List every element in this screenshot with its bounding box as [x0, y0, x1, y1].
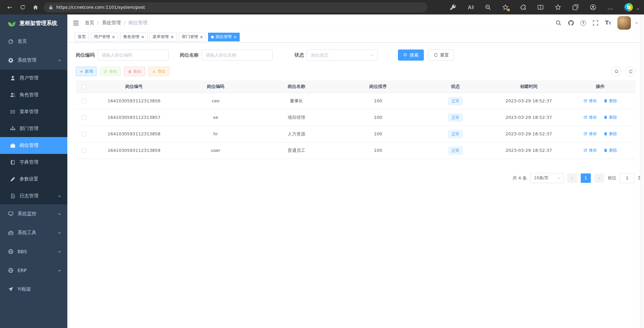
- goto-page-input[interactable]: [620, 173, 635, 183]
- next-page-button[interactable]: ›: [594, 173, 604, 183]
- row-checkbox[interactable]: [81, 115, 86, 120]
- favorites-star-icon[interactable]: [555, 4, 561, 10]
- split-screen-icon[interactable]: [537, 4, 544, 10]
- post-table: 岗位编号 岗位编码 岗位名称 岗位排序 状态 创建时间 操作 164103059…: [76, 80, 636, 159]
- tab-home[interactable]: 首页: [75, 33, 89, 41]
- row-delete-link[interactable]: 删除: [604, 114, 617, 120]
- tab-menu-mgmt[interactable]: 菜单管理×: [149, 33, 177, 41]
- browser-home-button[interactable]: [29, 2, 42, 13]
- toggle-search-button[interactable]: [611, 66, 621, 76]
- extensions-puzzle-icon[interactable]: [520, 4, 526, 10]
- browser-refresh-button[interactable]: [16, 2, 29, 13]
- bing-copilot-icon[interactable]: b: [624, 3, 633, 11]
- zoom-out-icon[interactable]: [485, 4, 491, 10]
- close-icon[interactable]: ×: [141, 35, 144, 39]
- post-name-input[interactable]: [201, 50, 273, 61]
- status-select-placeholder: 岗位状态: [311, 52, 329, 58]
- browser-profile-icon[interactable]: [590, 4, 596, 10]
- user-avatar[interactable]: [617, 16, 631, 30]
- sidebar-group-system[interactable]: 系统管理: [0, 51, 67, 70]
- close-icon[interactable]: ×: [233, 35, 237, 39]
- row-checkbox[interactable]: [81, 99, 86, 103]
- close-icon[interactable]: ×: [170, 35, 174, 39]
- sidebar-group-monitor[interactable]: 系统监控: [0, 204, 67, 223]
- header-search-icon[interactable]: [555, 20, 562, 26]
- sidebar-item-dept-mgmt[interactable]: 部门管理: [0, 120, 67, 137]
- row-edit-link[interactable]: 修改: [583, 131, 597, 137]
- sidebar-group-log-mgmt[interactable]: 日志管理: [0, 188, 67, 204]
- sidebar-item-param-settings[interactable]: 参数设置: [0, 171, 67, 188]
- row-delete-link[interactable]: 删除: [604, 98, 617, 104]
- delete-button[interactable]: 删除: [124, 67, 145, 76]
- fullscreen-icon[interactable]: [592, 20, 599, 26]
- sidebar-group-tools[interactable]: 系统工具: [0, 223, 67, 242]
- row-checkbox[interactable]: [81, 132, 86, 136]
- refresh-table-button[interactable]: [625, 66, 636, 76]
- edit-button[interactable]: 修改: [100, 67, 121, 76]
- add-button[interactable]: + 新增: [76, 67, 97, 76]
- sidebar-item-user-mgmt[interactable]: 用户管理: [0, 70, 67, 87]
- breadcrumb-home[interactable]: 首页: [85, 20, 94, 26]
- log-document-icon: [10, 193, 15, 199]
- reset-button[interactable]: 重置: [428, 50, 454, 61]
- tab-post-mgmt[interactable]: 岗位管理×: [208, 33, 240, 41]
- active-dot: [211, 36, 214, 38]
- chevron-down-icon: [58, 231, 61, 235]
- breadcrumb-separator: /: [124, 20, 126, 26]
- bing-caret-icon[interactable]: [636, 7, 640, 11]
- breadcrumb-system[interactable]: 系统管理: [102, 20, 121, 26]
- row-delete-link[interactable]: 删除: [604, 131, 617, 137]
- sidebar-item-yi-framework[interactable]: Yi框架: [0, 280, 67, 299]
- gear-icon: [8, 58, 13, 63]
- row-delete-link[interactable]: 删除: [604, 147, 617, 153]
- tab-role-mgmt[interactable]: 角色管理×: [120, 33, 147, 41]
- browser-settings-more-icon[interactable]: …: [607, 4, 613, 11]
- export-button[interactable]: 导出: [148, 67, 169, 76]
- send-icon: [8, 287, 13, 292]
- github-icon[interactable]: [568, 20, 574, 26]
- row-edit-link[interactable]: 修改: [583, 98, 597, 104]
- row-edit-link[interactable]: 修改: [583, 147, 597, 153]
- address-bar[interactable]: https://ccnetcore.com:1101/system/post: [44, 2, 428, 12]
- sidebar-item-label: 参数设置: [20, 176, 38, 182]
- password-key-icon[interactable]: [450, 4, 456, 10]
- prev-page-button[interactable]: ‹: [567, 173, 577, 183]
- globe-icon: [8, 268, 13, 273]
- close-icon[interactable]: ×: [200, 35, 203, 39]
- home-icon: [33, 4, 38, 10]
- tab-dept-mgmt[interactable]: 部门管理×: [179, 33, 206, 41]
- goto-label: 前往: [608, 175, 616, 181]
- sidebar-item-dict-mgmt[interactable]: 字典管理: [0, 154, 67, 171]
- select-all-checkbox[interactable]: [81, 85, 86, 89]
- search-button[interactable]: 搜索: [398, 50, 424, 61]
- post-code-input[interactable]: [97, 50, 169, 61]
- favorites-star-badge-icon[interactable]: [502, 4, 509, 10]
- status-badge: 正常: [448, 130, 463, 138]
- sidebar-item-post-mgmt[interactable]: 岗位管理: [0, 137, 67, 154]
- cell-post-name: 项目经理: [255, 109, 338, 126]
- row-checkbox[interactable]: [81, 148, 86, 153]
- close-icon[interactable]: ×: [112, 35, 115, 39]
- browser-back-button[interactable]: ←: [3, 2, 16, 13]
- sidebar-item-label: 日志管理: [20, 193, 38, 199]
- collections-icon[interactable]: [572, 4, 579, 10]
- read-aloud-icon[interactable]: [467, 4, 474, 10]
- page-number-button[interactable]: 1: [581, 173, 591, 183]
- row-edit-link[interactable]: 修改: [583, 114, 597, 120]
- post-code-label: 岗位编码: [76, 52, 95, 58]
- help-question-icon[interactable]: ?: [580, 20, 586, 26]
- sidebar-item-home[interactable]: 首页: [0, 32, 67, 51]
- sidebar-item-menu-mgmt[interactable]: 菜单管理: [0, 103, 67, 120]
- sidebar-item-role-mgmt[interactable]: 角色管理: [0, 87, 67, 103]
- status-select[interactable]: 岗位状态: [307, 50, 378, 61]
- sidebar-group-bbs[interactable]: BBS: [0, 242, 67, 261]
- avatar-caret-icon[interactable]: [635, 21, 639, 25]
- sidebar-item-label: 菜单管理: [20, 109, 38, 115]
- font-size-icon[interactable]: TT: [605, 20, 611, 26]
- pagination-total: 共 4 条: [512, 175, 527, 181]
- tab-user-mgmt[interactable]: 用户管理×: [91, 33, 118, 41]
- sidebar-group-erp[interactable]: ERP: [0, 261, 67, 280]
- page-size-select[interactable]: 10条/页: [530, 173, 564, 183]
- page-scrollbar[interactable]: [640, 14, 644, 328]
- hamburger-icon[interactable]: [73, 20, 79, 26]
